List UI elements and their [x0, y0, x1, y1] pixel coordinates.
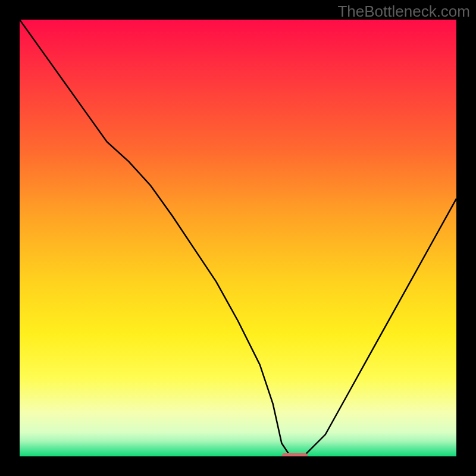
chart-container: TheBottleneck.com	[0, 0, 476, 476]
sweet-spot-marker	[281, 453, 308, 456]
plot-area	[20, 20, 456, 456]
watermark-text: TheBottleneck.com	[337, 2, 470, 21]
chart-svg	[20, 20, 456, 456]
background-gradient	[20, 20, 456, 456]
